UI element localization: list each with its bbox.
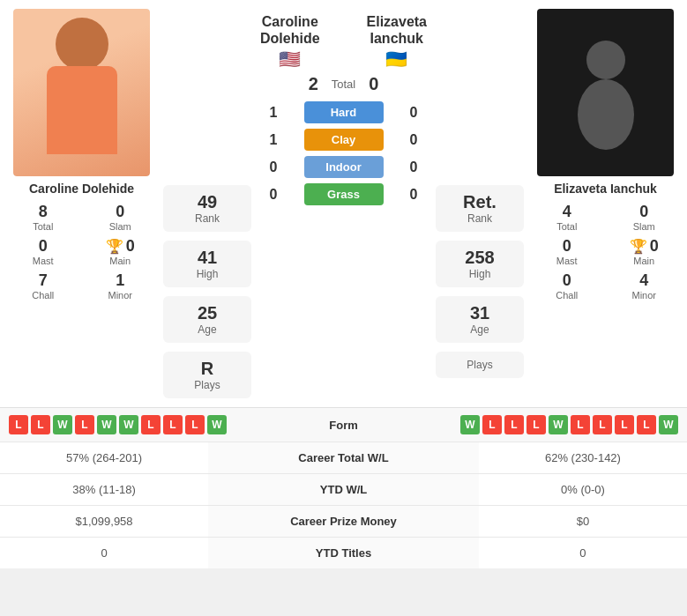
player-left-photo	[13, 9, 150, 176]
left-player-name-header: Caroline Dolehide	[260, 13, 320, 47]
hard-left-score: 1	[260, 105, 287, 121]
right-name-flag: Elizaveta Ianchuk 🇺🇦	[367, 13, 427, 70]
player-right-stats: 4 Total 0 Slam 0 Mast 🏆 0 Main	[528, 203, 683, 301]
clay-left-score: 1	[260, 132, 287, 148]
table-cell-left: 0	[0, 538, 208, 569]
form-badge: L	[141, 415, 161, 434]
stat-slam-right: 0 Slam	[610, 203, 679, 232]
form-badge: L	[571, 415, 590, 434]
stats-table: 57% (264-201) Career Total W/L 62% (230-…	[0, 442, 687, 568]
form-badge: L	[75, 415, 94, 434]
age-right-block: 31 Age	[436, 296, 524, 343]
form-badge: W	[549, 415, 568, 434]
table-cell-right: 62% (230-142)	[479, 442, 687, 474]
stat-main-left: 🏆 0 Main	[86, 237, 155, 266]
stat-total-right: 4 Total	[533, 203, 601, 232]
form-label: Form	[291, 419, 397, 432]
right-form-badges: WLLLWLLLLW	[397, 415, 679, 434]
form-section: LLWLWWLLLW Form WLLLWLLLLW	[0, 407, 687, 442]
table-cell-center: YTD Titles	[208, 538, 479, 569]
table-row: $1,099,958 Career Prize Money $0	[0, 506, 687, 538]
hard-badge: Hard	[304, 101, 384, 123]
form-badge: W	[207, 415, 227, 434]
form-badge: L	[504, 415, 524, 434]
silhouette-svg	[562, 35, 650, 150]
stat-mast-left: 0 Mast	[9, 237, 78, 266]
table-cell-center: Career Prize Money	[208, 506, 479, 538]
form-badge: W	[460, 415, 480, 434]
form-badge: W	[53, 415, 72, 434]
form-badge: L	[482, 415, 502, 434]
table-row: 0 YTD Titles 0	[0, 538, 687, 569]
total-left-score: 2	[309, 74, 318, 94]
left-form-badges: LLWLWWLLLW	[9, 415, 291, 434]
stat-mast-right: 0 Mast	[533, 237, 601, 266]
clay-right-score: 0	[400, 132, 427, 148]
players-names-header: Caroline Dolehide 🇺🇸 Elizaveta Ianchuk 🇺…	[260, 9, 427, 74]
surface-row-grass: 0 Grass 0	[260, 183, 427, 205]
table-cell-right: 0% (0-0)	[479, 474, 687, 506]
table-cell-right: 0	[479, 538, 687, 569]
stat-slam-left: 0 Slam	[86, 203, 155, 232]
right-stats-panel: Ret. Rank 258 High 31 Age Plays	[431, 9, 528, 398]
plays-left-block: R Plays	[163, 352, 251, 398]
player-left-stats: 8 Total 0 Slam 0 Mast 🏆 0 Main	[4, 203, 159, 301]
high-left-block: 41 High	[163, 241, 251, 287]
table-cell-center: Career Total W/L	[208, 442, 479, 474]
left-flag: 🇺🇸	[279, 48, 301, 70]
grass-right-score: 0	[400, 187, 427, 203]
center-stats-left: 49 Rank 41 High 25 Age R Plays	[159, 9, 256, 398]
form-badge: L	[31, 415, 50, 434]
form-badge: L	[9, 415, 28, 434]
main-container: Caroline Dolehide 8 Total 0 Slam 0 Mast …	[0, 0, 687, 568]
svg-point-1	[578, 79, 634, 150]
svg-point-0	[586, 41, 625, 79]
indoor-badge: Indoor	[304, 156, 384, 178]
form-badge: W	[659, 415, 678, 434]
table-cell-right: $0	[479, 506, 687, 538]
age-left-block: 25 Age	[163, 296, 251, 343]
rank-right-block: Ret. Rank	[436, 185, 524, 232]
table-row: 57% (264-201) Career Total W/L 62% (230-…	[0, 442, 687, 474]
plays-right-block: Plays	[436, 352, 524, 378]
table-cell-center: YTD W/L	[208, 474, 479, 506]
total-row: 2 Total 0	[309, 74, 379, 94]
trophy-left-icon: 🏆	[106, 238, 123, 255]
surface-row-indoor: 0 Indoor 0	[260, 156, 427, 178]
surface-rows: 1 Hard 0 1 Clay 0 0 Indoor 0 0 Grass	[260, 101, 427, 205]
trophy-right-icon: 🏆	[630, 238, 647, 255]
indoor-right-score: 0	[400, 160, 427, 175]
table-cell-left: 38% (11-18)	[0, 474, 208, 506]
stat-chall-right: 0 Chall	[533, 271, 601, 301]
hard-right-score: 0	[400, 105, 427, 121]
stat-total-left: 8 Total	[9, 203, 78, 232]
stat-main-right: 🏆 0 Main	[610, 237, 679, 266]
form-badge: L	[185, 415, 205, 434]
stat-minor-right: 4 Minor	[610, 271, 679, 301]
player-right-name: Elizaveta Ianchuk	[554, 182, 657, 196]
player-left-name: Caroline Dolehide	[29, 182, 134, 196]
surface-row-hard: 1 Hard 0	[260, 101, 427, 123]
indoor-left-score: 0	[260, 160, 287, 175]
form-badge: L	[593, 415, 612, 434]
form-badge: L	[526, 415, 546, 434]
grass-left-score: 0	[260, 187, 287, 203]
high-right-block: 258 High	[436, 241, 524, 287]
form-badge: L	[637, 415, 656, 434]
table-cell-left: 57% (264-201)	[0, 442, 208, 474]
stat-minor-left: 1 Minor	[86, 271, 155, 301]
right-flag: 🇺🇦	[385, 48, 407, 70]
total-right-score: 0	[369, 74, 378, 94]
total-label: Total	[332, 78, 355, 91]
middle-comparison: Caroline Dolehide 🇺🇸 Elizaveta Ianchuk 🇺…	[256, 9, 431, 398]
top-section: Caroline Dolehide 8 Total 0 Slam 0 Mast …	[0, 0, 687, 407]
rank-left-block: 49 Rank	[163, 185, 251, 232]
player-left-block: Caroline Dolehide 8 Total 0 Slam 0 Mast …	[4, 9, 159, 398]
table-cell-left: $1,099,958	[0, 506, 208, 538]
player-right-block: Elizaveta Ianchuk 4 Total 0 Slam 0 Mast …	[528, 9, 683, 398]
form-badge: W	[97, 415, 116, 434]
surface-row-clay: 1 Clay 0	[260, 129, 427, 151]
left-name-flag: Caroline Dolehide 🇺🇸	[260, 13, 320, 70]
clay-badge: Clay	[304, 129, 384, 151]
right-player-name-header: Elizaveta Ianchuk	[367, 13, 427, 47]
